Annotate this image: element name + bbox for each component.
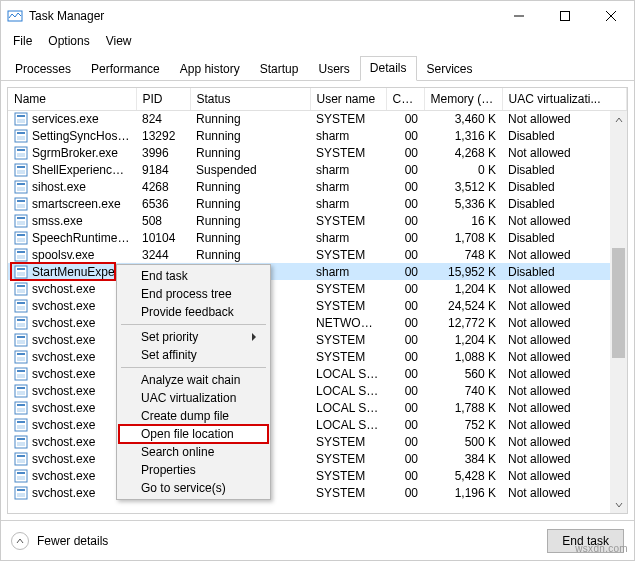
- tab-startup[interactable]: Startup: [250, 57, 309, 81]
- table-row[interactable]: ShellExperienceHost....9184Suspendedshar…: [8, 161, 627, 178]
- table-row[interactable]: SettingSyncHost.exe13292Runningsharm001,…: [8, 127, 627, 144]
- ctx-provide-feedback[interactable]: Provide feedback: [119, 303, 268, 321]
- cell-user: SYSTEM: [310, 280, 386, 297]
- scroll-track[interactable]: [610, 128, 627, 496]
- ctx-separator: [121, 324, 266, 325]
- process-name: SpeechRuntime.exe: [32, 231, 136, 245]
- process-icon: [14, 146, 28, 160]
- cell-uac: Not allowed: [502, 433, 627, 450]
- table-row[interactable]: services.exe824RunningSYSTEM003,460 KNot…: [8, 110, 627, 127]
- fewer-details-link[interactable]: Fewer details: [37, 534, 108, 548]
- ctx-properties[interactable]: Properties: [119, 461, 268, 479]
- table-row[interactable]: SgrmBroker.exe3996RunningSYSTEM004,268 K…: [8, 144, 627, 161]
- cell-user: SYSTEM: [310, 297, 386, 314]
- ctx-separator: [121, 367, 266, 368]
- minimize-button[interactable]: [496, 1, 542, 31]
- svg-rect-13: [17, 153, 25, 157]
- ctx-end-task[interactable]: End task: [119, 267, 268, 285]
- cell-mem: 5,428 K: [424, 467, 502, 484]
- process-name: svchost.exe: [32, 350, 95, 364]
- ctx-analyze-wait-chain[interactable]: Analyze wait chain: [119, 371, 268, 389]
- tab-processes[interactable]: Processes: [5, 57, 81, 81]
- col-pid[interactable]: PID: [136, 88, 190, 110]
- process-icon: [14, 486, 28, 500]
- table-row[interactable]: svchost.exeLOCAL SER...00560 KNot allowe…: [8, 365, 627, 382]
- tab-details[interactable]: Details: [360, 56, 417, 81]
- ctx-end-process-tree[interactable]: End process tree: [119, 285, 268, 303]
- cell-user: sharm: [310, 263, 386, 280]
- menu-view[interactable]: View: [98, 32, 140, 50]
- close-button[interactable]: [588, 1, 634, 31]
- ctx-go-to-services[interactable]: Go to service(s): [119, 479, 268, 497]
- cell-uac: Not allowed: [502, 144, 627, 161]
- table-row[interactable]: SpeechRuntime.exe10104Runningsharm001,70…: [8, 229, 627, 246]
- ctx-uac-virtualization[interactable]: UAC virtualization: [119, 389, 268, 407]
- cell-user: SYSTEM: [310, 144, 386, 161]
- table-row[interactable]: svchost.exeNETWORK ...0012,772 KNot allo…: [8, 314, 627, 331]
- ctx-set-affinity[interactable]: Set affinity: [119, 346, 268, 364]
- maximize-button[interactable]: [542, 1, 588, 31]
- process-name: smartscreen.exe: [32, 197, 121, 211]
- scroll-thumb[interactable]: [612, 248, 625, 358]
- ctx-open-file-location[interactable]: Open file location: [119, 425, 268, 443]
- col-status[interactable]: Status: [190, 88, 310, 110]
- process-icon: [14, 452, 28, 466]
- table-row[interactable]: svchost.exeSYSTEM005,428 KNot allowed: [8, 467, 627, 484]
- process-icon: [14, 129, 28, 143]
- cell-cpu: 00: [386, 229, 424, 246]
- cell-status: Running: [190, 229, 310, 246]
- ctx-search-online[interactable]: Search online: [119, 443, 268, 461]
- table-row[interactable]: StartMenuExpesharm0015,952 KDisabled: [8, 263, 627, 280]
- svg-rect-40: [17, 306, 25, 310]
- cell-user: LOCAL SER...: [310, 399, 386, 416]
- scroll-up-button[interactable]: [610, 111, 627, 128]
- col-name[interactable]: Name: [8, 88, 136, 110]
- col-user[interactable]: User name: [310, 88, 386, 110]
- table-row[interactable]: smartscreen.exe6536Runningsharm005,336 K…: [8, 195, 627, 212]
- cell-user: SYSTEM: [310, 246, 386, 263]
- table-row[interactable]: svchost.exeSYSTEM0024,524 KNot allowed: [8, 297, 627, 314]
- process-icon: [14, 231, 28, 245]
- process-icon: [14, 418, 28, 432]
- scroll-down-button[interactable]: [610, 496, 627, 513]
- cell-cpu: 00: [386, 314, 424, 331]
- cell-cpu: 00: [386, 127, 424, 144]
- context-menu: End task End process tree Provide feedba…: [116, 264, 271, 500]
- table-row[interactable]: svchost.exeSYSTEM001,204 KNot allowed: [8, 331, 627, 348]
- cell-mem: 4,268 K: [424, 144, 502, 161]
- chevron-up-icon[interactable]: [11, 532, 29, 550]
- col-cpu[interactable]: CPU: [386, 88, 424, 110]
- col-uac[interactable]: UAC virtualizati...: [502, 88, 627, 110]
- ctx-create-dump-file[interactable]: Create dump file: [119, 407, 268, 425]
- svg-rect-37: [17, 289, 25, 293]
- vertical-scrollbar[interactable]: [610, 111, 627, 513]
- table-row[interactable]: svchost.exeLOCAL SER...00740 KNot allowe…: [8, 382, 627, 399]
- table-row[interactable]: svchost.exeSYSTEM00500 KNot allowed: [8, 433, 627, 450]
- table-row[interactable]: svchost.exeSYSTEM00384 KNot allowed: [8, 450, 627, 467]
- menu-options[interactable]: Options: [40, 32, 97, 50]
- svg-rect-52: [17, 374, 25, 378]
- svg-rect-45: [17, 336, 25, 338]
- table-row[interactable]: spoolsv.exe3244RunningSYSTEM00748 KNot a…: [8, 246, 627, 263]
- col-mem[interactable]: Memory (ac...: [424, 88, 502, 110]
- table-row[interactable]: smss.exe508RunningSYSTEM0016 KNot allowe…: [8, 212, 627, 229]
- process-name: svchost.exe: [32, 401, 95, 415]
- table-row[interactable]: svchost.exeLOCAL SER...00752 KNot allowe…: [8, 416, 627, 433]
- cell-mem: 1,204 K: [424, 280, 502, 297]
- process-icon: [14, 180, 28, 194]
- tab-services[interactable]: Services: [417, 57, 483, 81]
- tab-performance[interactable]: Performance: [81, 57, 170, 81]
- table-row[interactable]: svchost.exeSYSTEM001,196 KNot allowed: [8, 484, 627, 501]
- table-row[interactable]: svchost.exeLOCAL SER...001,788 KNot allo…: [8, 399, 627, 416]
- table-row[interactable]: svchost.exeSYSTEM001,204 KNot allowed: [8, 280, 627, 297]
- tab-app-history[interactable]: App history: [170, 57, 250, 81]
- cell-cpu: 00: [386, 433, 424, 450]
- cell-mem: 24,524 K: [424, 297, 502, 314]
- cell-mem: 3,460 K: [424, 110, 502, 127]
- menu-file[interactable]: File: [5, 32, 40, 50]
- table-row[interactable]: svchost.exeSYSTEM001,088 KNot allowed: [8, 348, 627, 365]
- table-row[interactable]: sihost.exe4268Runningsharm003,512 KDisab…: [8, 178, 627, 195]
- cell-cpu: 00: [386, 246, 424, 263]
- ctx-set-priority[interactable]: Set priority: [119, 328, 268, 346]
- tab-users[interactable]: Users: [308, 57, 359, 81]
